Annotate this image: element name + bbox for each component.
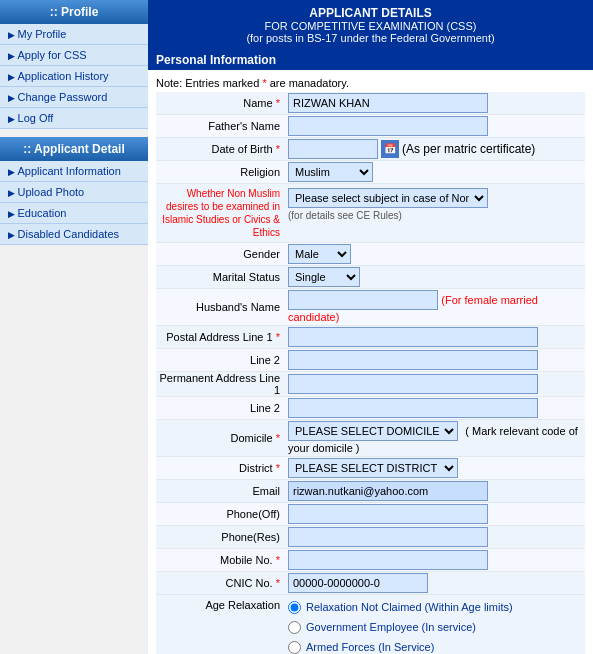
postal-line1-label: Postal Address Line 1 * [156, 331, 286, 343]
phone-res-label: Phone(Res) [156, 531, 286, 543]
husband-name-row: Husband's Name (For female married candi… [156, 289, 585, 326]
dob-note: (As per matric certificate) [402, 142, 535, 156]
age-radio-label-1: Government Employee (In service) [306, 621, 476, 633]
fathers-name-field [286, 115, 585, 137]
fathers-name-label: Father's Name [156, 120, 286, 132]
sidebar-item-app-history[interactable]: Application History [0, 66, 148, 87]
marital-field: Single Married Divorced Widowed [286, 266, 585, 288]
district-label: District * [156, 462, 286, 474]
applicant-header: :: Applicant Detail [0, 137, 148, 161]
age-radio-govt-employee[interactable] [288, 621, 301, 634]
dob-row: Date of Birth * 📅 (As per matric certifi… [156, 138, 585, 161]
cnic-input[interactable] [288, 573, 428, 593]
profile-menu: My Profile Apply for CSS Application His… [0, 24, 148, 129]
sidebar: :: Profile My Profile Apply for CSS Appl… [0, 0, 148, 654]
permanent-line2-input[interactable] [288, 398, 538, 418]
email-row: Email [156, 480, 585, 503]
postal-line2-input[interactable] [288, 350, 538, 370]
personal-info-header: Personal Information [148, 50, 593, 70]
sidebar-item-my-profile[interactable]: My Profile [0, 24, 148, 45]
mandatory-note: Note: Entries marked * are manadatory. [156, 74, 585, 92]
marital-row: Marital Status Single Married Divorced W… [156, 266, 585, 289]
fathers-name-row: Father's Name [156, 115, 585, 138]
name-input[interactable] [288, 93, 488, 113]
marital-select[interactable]: Single Married Divorced Widowed [288, 267, 360, 287]
sidebar-item-logoff[interactable]: Log Off [0, 108, 148, 129]
email-input[interactable] [288, 481, 488, 501]
phone-off-input[interactable] [288, 504, 488, 524]
district-row: District * PLEASE SELECT DISTRICT [156, 457, 585, 480]
permanent-line1-row: Permanent Address Line 1 [156, 372, 585, 397]
islamic-field: Please select subject in case of Non-Mus… [286, 187, 585, 223]
postal-line1-input[interactable] [288, 327, 538, 347]
mobile-field [286, 549, 585, 571]
asterisk: * [262, 77, 266, 89]
age-radio-not-claimed[interactable] [288, 601, 301, 614]
postal-line1-field [286, 326, 585, 348]
age-relaxation-label: Age Relaxation [156, 595, 286, 611]
email-field [286, 480, 585, 502]
dob-input[interactable] [288, 139, 378, 159]
fathers-name-input[interactable] [288, 116, 488, 136]
mobile-input[interactable] [288, 550, 488, 570]
district-field: PLEASE SELECT DISTRICT [286, 457, 585, 479]
gender-select[interactable]: Male Female [288, 244, 351, 264]
postal-line2-field [286, 349, 585, 371]
mobile-label: Mobile No. * [156, 554, 286, 566]
permanent-line2-row: Line 2 [156, 397, 585, 420]
email-label: Email [156, 485, 286, 497]
age-relaxation-options: Relaxation Not Claimed (Within Age limit… [286, 595, 585, 654]
sidebar-item-disabled-candidates[interactable]: Disabled Candidates [0, 224, 148, 245]
applicant-menu: Applicant Information Upload Photo Educa… [0, 161, 148, 245]
age-radio-armed-forces[interactable] [288, 641, 301, 654]
page-title: APPLICANT DETAILS [152, 6, 589, 20]
profile-header: :: Profile [0, 0, 148, 24]
page-subtitle2: (for posts in BS-17 under the Federal Go… [152, 32, 589, 44]
sidebar-item-apply-css[interactable]: Apply for CSS [0, 45, 148, 66]
islamic-note: Whether Non Muslim desires to be examine… [156, 187, 286, 239]
age-radio-label-0: Relaxation Not Claimed (Within Age limit… [306, 601, 513, 613]
calendar-icon[interactable]: 📅 [381, 140, 399, 158]
marital-label: Marital Status [156, 271, 286, 283]
profile-section: :: Profile My Profile Apply for CSS Appl… [0, 0, 148, 129]
religion-field: Muslim Non-Muslim [286, 161, 585, 183]
phone-res-field [286, 526, 585, 548]
domicile-field: PLEASE SELECT DOMICILE ( Mark relevant c… [286, 420, 585, 456]
dob-field: 📅 (As per matric certificate) [286, 138, 585, 160]
phone-res-input[interactable] [288, 527, 488, 547]
phone-off-field [286, 503, 585, 525]
postal-line1-row: Postal Address Line 1 * [156, 326, 585, 349]
name-label: Name * [156, 97, 286, 109]
age-radio-row-0: Relaxation Not Claimed (Within Age limit… [288, 597, 583, 617]
page-subtitle: FOR COMPETITIVE EXAMINATION (CSS) [152, 20, 589, 32]
applicant-section: :: Applicant Detail Applicant Informatio… [0, 137, 148, 245]
permanent-line2-field [286, 397, 585, 419]
cnic-field [286, 572, 585, 594]
dob-label: Date of Birth * [156, 143, 286, 155]
islamic-row: Whether Non Muslim desires to be examine… [156, 184, 585, 243]
age-radio-row-2: Armed Forces (In Service) [288, 637, 583, 654]
age-radio-label-2: Armed Forces (In Service) [306, 641, 434, 653]
phone-res-row: Phone(Res) [156, 526, 585, 549]
cnic-label: CNIC No. * [156, 577, 286, 589]
phone-off-row: Phone(Off) [156, 503, 585, 526]
sidebar-item-education[interactable]: Education [0, 203, 148, 224]
religion-select[interactable]: Muslim Non-Muslim [288, 162, 373, 182]
sidebar-item-change-password[interactable]: Change Password [0, 87, 148, 108]
husband-name-label: Husband's Name [156, 301, 286, 313]
religion-row: Religion Muslim Non-Muslim [156, 161, 585, 184]
permanent-line2-label: Line 2 [156, 402, 286, 414]
domicile-select[interactable]: PLEASE SELECT DOMICILE [288, 421, 458, 441]
non-muslim-subject-select[interactable]: Please select subject in case of Non-Mus… [288, 188, 488, 208]
religion-label: Religion [156, 166, 286, 178]
sidebar-item-applicant-info[interactable]: Applicant Information [0, 161, 148, 182]
husband-name-input[interactable] [288, 290, 438, 310]
gender-field: Male Female [286, 243, 585, 265]
permanent-line1-label: Permanent Address Line 1 [156, 372, 286, 396]
form-area: Note: Entries marked * are manadatory. N… [148, 70, 593, 654]
sidebar-item-upload-photo[interactable]: Upload Photo [0, 182, 148, 203]
district-select[interactable]: PLEASE SELECT DISTRICT [288, 458, 458, 478]
main-content: APPLICANT DETAILS FOR COMPETITIVE EXAMIN… [148, 0, 593, 654]
permanent-line1-input[interactable] [288, 374, 538, 394]
gender-label: Gender [156, 248, 286, 260]
